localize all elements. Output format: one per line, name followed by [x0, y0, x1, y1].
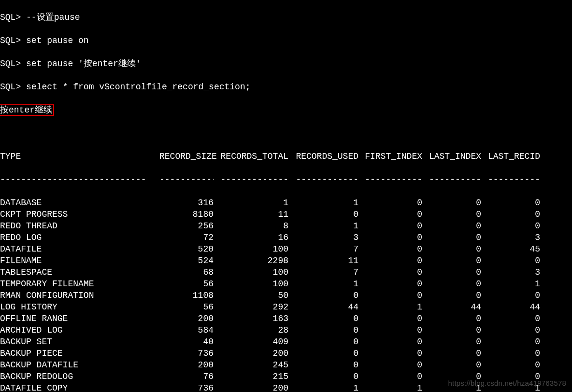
table-row: CKPT PROGRESS8180110000 — [0, 209, 572, 220]
table-row: REDO LOG72163003 — [0, 232, 572, 243]
table-row: OFFLINE RANGE2001630000 — [0, 313, 572, 324]
table-row: ARCHIVED LOG584280000 — [0, 324, 572, 336]
table-row: DATAFILE52010070045 — [0, 243, 572, 255]
table-row: DATABASE31611000 — [0, 197, 572, 209]
watermark-text: https://blog.csdn.net/hza419763578 — [448, 378, 567, 389]
table-divider: ----------------------------------------… — [0, 174, 572, 185]
table-row: BACKUP DATAFILE2002450000 — [0, 359, 572, 371]
blank-line — [0, 127, 572, 139]
cmd-line: SQL> set pause '按enter继续' — [0, 58, 572, 70]
table-row: TEMPORARY FILENAME561001001 — [0, 278, 572, 290]
table-row: RMAN CONFIGURATION1108500000 — [0, 290, 572, 301]
cmd-line: SQL> set pause on — [0, 35, 572, 46]
table-row: BACKUP PIECE7362000000 — [0, 348, 572, 359]
table-row: LOG HISTORY562924414444 — [0, 301, 572, 313]
pause-prompt[interactable]: 按enter继续 — [0, 104, 572, 116]
table-row: FILENAME524229811000 — [0, 255, 572, 266]
table-header: TYPERECORD_SIZERECORDS_TOTALRECORDS_USED… — [0, 151, 572, 162]
table-row: BACKUP SET404090000 — [0, 336, 572, 348]
cmd-line: SQL> select * from v$controlfile_record_… — [0, 81, 572, 93]
table-row: TABLESPACE681007003 — [0, 266, 572, 278]
table-row: REDO THREAD25681000 — [0, 220, 572, 232]
cmd-line: SQL> --设置pause — [0, 12, 572, 23]
terminal-output[interactable]: SQL> --设置pause SQL> set pause on SQL> se… — [0, 0, 572, 392]
